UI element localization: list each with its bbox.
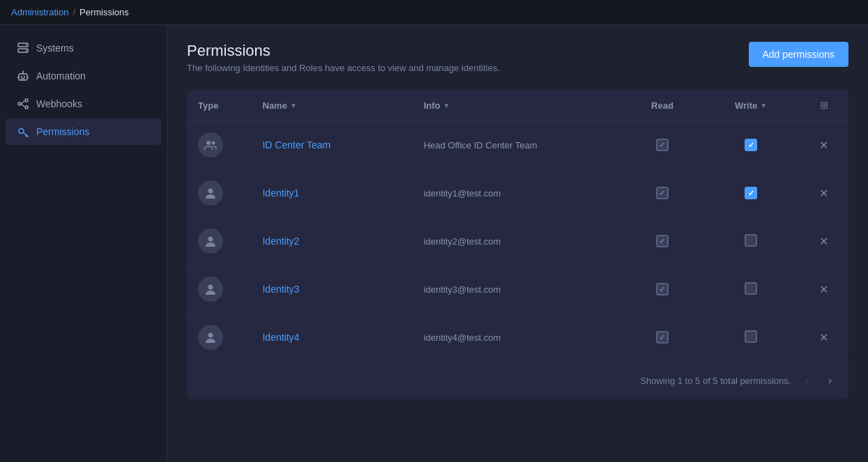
row-name-cell: Identity1: [251, 169, 412, 217]
col-header-write[interactable]: Write ▼: [703, 90, 800, 121]
permissions-table: Type Name ▼ Info ▼: [187, 90, 848, 361]
read-checkbox[interactable]: [656, 139, 669, 151]
identity-name-link[interactable]: Identity2: [262, 236, 299, 247]
write-checkbox[interactable]: [745, 234, 757, 247]
webhooks-icon: [17, 98, 29, 110]
row-write-cell[interactable]: [703, 169, 800, 217]
table-footer: Showing 1 to 5 of 5 total permissions. ‹…: [187, 361, 848, 399]
row-name-cell: Identity3: [251, 265, 412, 314]
robot-icon: [17, 70, 29, 82]
table-body: ID Center TeamHead Office ID Center Team…: [187, 121, 848, 362]
sidebar-item-automation[interactable]: Automation: [6, 63, 161, 89]
svg-rect-6: [24, 76, 25, 77]
table-row: ID Center TeamHead Office ID Center Team…: [187, 121, 848, 169]
svg-line-16: [21, 104, 24, 107]
col-header-name[interactable]: Name ▼: [251, 90, 412, 121]
delete-permission-button[interactable]: ✕: [814, 232, 834, 251]
delete-permission-button[interactable]: ✕: [814, 136, 834, 155]
sidebar-item-webhooks[interactable]: Webhooks: [6, 91, 161, 117]
row-action-cell: ✕: [799, 121, 848, 169]
user-avatar: [198, 277, 223, 302]
col-name-label: Name: [262, 100, 287, 111]
row-info-cell: Head Office ID Center Team: [413, 121, 623, 169]
col-header-action: ⊞: [799, 90, 848, 121]
col-header-read: Read: [622, 90, 703, 121]
sidebar-item-permissions[interactable]: Permissions: [6, 118, 161, 145]
server-icon: [17, 42, 29, 54]
col-write-label: Write: [735, 100, 757, 111]
sidebar-item-systems[interactable]: Systems: [6, 35, 161, 61]
read-checkbox[interactable]: [656, 235, 669, 247]
topbar: Administration / Permissions: [0, 0, 868, 25]
content-area: Permissions The following Identities and…: [167, 25, 868, 462]
col-info-label: Info: [424, 100, 441, 111]
row-read-cell[interactable]: [622, 265, 703, 314]
current-breadcrumb: Permissions: [79, 7, 129, 17]
row-type-cell: [187, 217, 251, 265]
user-avatar: [198, 229, 223, 254]
delete-permission-button[interactable]: ✕: [814, 280, 834, 299]
group-avatar: [198, 132, 223, 157]
row-write-cell[interactable]: [703, 314, 800, 362]
admin-breadcrumb[interactable]: Administration: [11, 7, 68, 17]
col-header-type: Type: [187, 90, 251, 121]
row-info-cell: identity2@test.com: [413, 217, 623, 265]
row-action-cell: ✕: [799, 265, 848, 314]
identity-name-link[interactable]: Identity4: [262, 332, 299, 343]
add-permissions-button[interactable]: Add permissions: [749, 42, 849, 67]
sidebar: Systems Automation: [0, 25, 167, 462]
write-filter-icon: ▼: [760, 102, 767, 109]
row-write-cell[interactable]: [703, 265, 800, 314]
row-info-cell: identity1@test.com: [413, 169, 623, 217]
info-filter-icon: ▼: [443, 102, 450, 109]
col-type-label: Type: [198, 100, 218, 111]
svg-point-26: [208, 333, 213, 338]
row-read-cell[interactable]: [622, 314, 703, 362]
write-checkbox[interactable]: [745, 187, 757, 199]
svg-point-2: [26, 45, 27, 46]
write-checkbox[interactable]: [745, 282, 757, 295]
row-name-cell: ID Center Team: [251, 121, 412, 169]
svg-point-8: [22, 71, 24, 72]
delete-permission-button[interactable]: ✕: [814, 184, 834, 203]
pagination-prev-button[interactable]: ‹: [799, 371, 814, 390]
page-title: Permissions: [187, 42, 500, 60]
page-title-block: Permissions The following Identities and…: [187, 42, 500, 73]
col-header-info[interactable]: Info ▼: [413, 90, 623, 121]
read-checkbox[interactable]: [656, 331, 669, 344]
read-checkbox[interactable]: [656, 283, 669, 295]
row-write-cell[interactable]: [703, 217, 800, 265]
main-layout: Systems Automation: [0, 25, 868, 462]
row-read-cell[interactable]: [622, 121, 703, 169]
svg-point-14: [25, 106, 28, 109]
row-read-cell[interactable]: [622, 169, 703, 217]
write-checkbox[interactable]: [745, 139, 757, 151]
row-action-cell: ✕: [799, 217, 848, 265]
identity-name-link[interactable]: Identity3: [262, 284, 299, 295]
table-row: Identity3identity3@test.com✕: [187, 265, 848, 314]
row-info-cell: identity3@test.com: [413, 265, 623, 314]
identity-name-link[interactable]: Identity1: [262, 187, 299, 199]
row-write-cell[interactable]: [703, 121, 800, 169]
sidebar-label-automation: Automation: [36, 70, 86, 82]
svg-point-3: [26, 50, 27, 52]
identity-name-link[interactable]: ID Center Team: [262, 139, 330, 151]
pagination-next-button[interactable]: ›: [823, 371, 837, 390]
svg-point-21: [206, 141, 211, 145]
row-type-cell: [187, 314, 251, 362]
row-read-cell[interactable]: [622, 217, 703, 265]
table-row: Identity4identity4@test.com✕: [187, 314, 848, 362]
key-icon: [17, 125, 29, 138]
table-row: Identity1identity1@test.com✕: [187, 169, 848, 217]
read-checkbox[interactable]: [656, 187, 669, 199]
svg-point-12: [18, 102, 21, 105]
row-type-cell: [187, 121, 251, 169]
name-sort-icon: ▼: [290, 102, 297, 109]
row-type-cell: [187, 265, 251, 314]
svg-point-24: [208, 237, 213, 242]
write-checkbox[interactable]: [745, 330, 757, 343]
delete-permission-button[interactable]: ✕: [814, 328, 834, 347]
table-row: Identity2identity2@test.com✕: [187, 217, 848, 265]
user-avatar: [198, 325, 223, 350]
table-header: Type Name ▼ Info ▼: [187, 90, 848, 121]
